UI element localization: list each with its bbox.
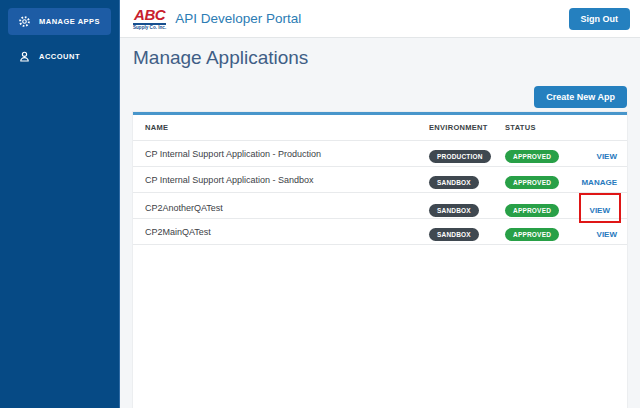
app-name: CP2AnotherQATest — [133, 203, 415, 213]
gear-icon — [18, 15, 31, 28]
app-name: CP Internal Support Application - Sandbo… — [133, 175, 415, 185]
action-cell: VIEW — [597, 145, 617, 163]
table-row: CP Internal Support Application - Produc… — [133, 141, 627, 167]
abc-supply-logo: ABC Supply Co. Inc. — [133, 7, 166, 31]
create-new-app-button[interactable]: Create New App — [534, 86, 627, 108]
person-icon — [18, 50, 31, 63]
status-badge: APPROVED — [505, 150, 559, 163]
table-row: CP2AnotherQATest SANDBOX APPROVED VIEW — [133, 193, 627, 219]
main-content: Manage Applications Create New App NAME … — [120, 38, 640, 408]
environment-badge: SANDBOX — [429, 176, 479, 189]
environment-badge: SANDBOX — [429, 204, 479, 217]
sidebar-item-label: MANAGE APPS — [39, 17, 100, 26]
column-header-status: STATUS — [491, 123, 571, 132]
header: ABC Supply Co. Inc. API Developer Portal… — [120, 0, 640, 38]
app-name: CP Internal Support Application - Produc… — [133, 149, 415, 159]
column-header-name: NAME — [133, 123, 415, 132]
page-title: Manage Applications — [133, 47, 627, 69]
sign-out-button[interactable]: Sign Out — [569, 8, 631, 30]
table-header-row: NAME ENVIRONMENT STATUS — [133, 115, 627, 141]
table-row: CP2MainQATest SANDBOX APPROVED VIEW — [133, 219, 627, 245]
action-link[interactable]: MANAGE — [581, 178, 617, 187]
table-row: CP Internal Support Application - Sandbo… — [133, 167, 627, 193]
sidebar-item-manage-apps[interactable]: MANAGE APPS — [8, 8, 111, 35]
action-cell-highlighted: VIEW — [579, 193, 621, 223]
action-cell: VIEW — [597, 223, 617, 241]
table-body: CP Internal Support Application - Produc… — [133, 141, 627, 245]
status-badge: APPROVED — [505, 204, 559, 217]
sidebar-item-account[interactable]: ACCOUNT — [8, 43, 111, 70]
sidebar: MANAGE APPS ACCOUNT — [0, 0, 120, 408]
action-link[interactable]: VIEW — [590, 206, 610, 215]
action-link[interactable]: VIEW — [597, 152, 617, 161]
actions-row: Create New App — [133, 86, 627, 108]
column-header-environment: ENVIRONMENT — [415, 123, 491, 132]
status-badge: APPROVED — [505, 228, 559, 241]
logo-subtitle: Supply Co. Inc. — [133, 26, 166, 31]
environment-badge: SANDBOX — [429, 228, 479, 241]
sidebar-item-label: ACCOUNT — [39, 52, 80, 61]
page-header-title: API Developer Portal — [175, 11, 568, 26]
action-cell: MANAGE — [581, 171, 617, 189]
applications-card: NAME ENVIRONMENT STATUS CP Internal Supp… — [133, 112, 627, 408]
app-name: CP2MainQATest — [133, 227, 415, 237]
environment-badge: PRODUCTION — [429, 150, 491, 163]
action-link[interactable]: VIEW — [597, 230, 617, 239]
logo-text: ABC — [133, 7, 166, 25]
status-badge: APPROVED — [505, 176, 559, 189]
